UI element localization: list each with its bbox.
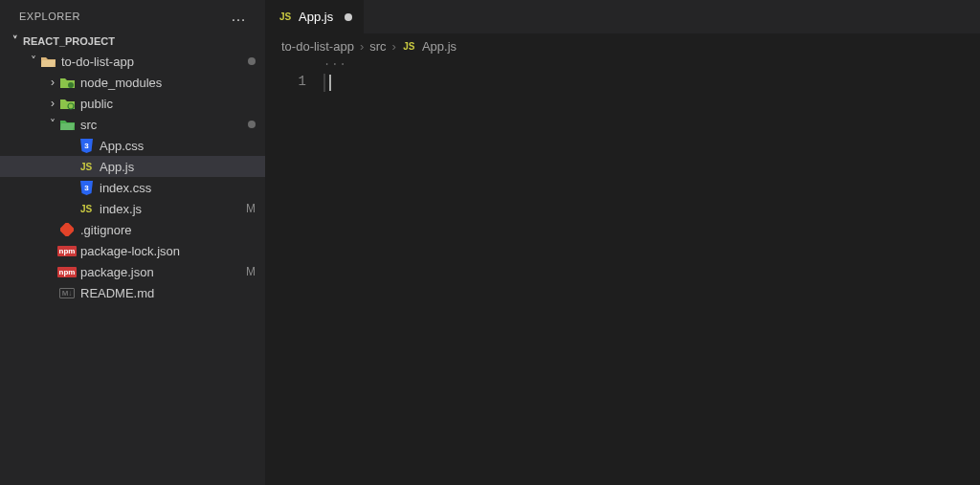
more-actions-icon[interactable]: … [231,8,254,25]
js-icon: JS [402,39,416,54]
tab-app-js[interactable]: JS App.js [266,0,365,33]
unsaved-indicator-icon [345,13,352,21]
project-header[interactable]: ˅ REACT_PROJECT [0,31,265,51]
tree-item-label: package-lock.json [80,244,256,258]
tree-item-label: to-do-list-app [61,55,242,69]
npm-icon: npm [59,243,75,258]
breadcrumb-segment[interactable]: src [369,39,386,54]
tree-item-index-js[interactable]: JSindex.jsM [0,198,265,219]
project-name: REACT_PROJECT [23,35,115,47]
js-icon: JS [78,159,94,174]
js-icon: JS [78,201,94,216]
breadcrumb[interactable]: to-do-list-app › src › JS App.js [266,33,980,58]
tree-item-gitignore[interactable]: .gitignore [0,219,265,240]
folder-src-icon [59,117,75,132]
modified-status: M [246,265,256,278]
tab-label: App.js [299,10,333,24]
editor-body[interactable]: 1 ··· [266,58,980,485]
svg-point-0 [68,82,74,88]
editor-tabs: JS App.js [266,0,980,33]
chevron-right-icon: › [360,39,364,54]
chevron-right-icon[interactable]: › [46,97,59,110]
tree-item-label: App.js [100,160,256,174]
folder-open-icon [40,54,56,69]
app-root: EXPLORER … ˅ REACT_PROJECT ˅to-do-list-a… [0,0,980,485]
tree-item-label: node_modules [80,76,256,90]
chevron-right-icon[interactable]: › [46,76,59,89]
tree-item-pkg-lock[interactable]: npmpackage-lock.json [0,240,265,261]
tree-item-app-folder[interactable]: ˅to-do-list-app [0,51,265,72]
tree-item-label: App.css [100,139,256,153]
tree-item-label: package.json [80,265,240,279]
git-icon [59,222,75,237]
file-tree: ˅to-do-list-app›node_modules›public˅src3… [0,51,265,485]
editor-area: JS App.js to-do-list-app › src › JS App.… [266,0,980,485]
tree-item-label: index.js [100,202,240,216]
tree-item-label: index.css [100,181,256,195]
explorer-title: EXPLORER [19,11,80,22]
status-dot-icon [248,121,256,128]
md-icon: M↓ [59,285,75,300]
chevron-right-icon: › [392,39,396,54]
tree-item-app-js[interactable]: JSApp.js [0,156,265,177]
breadcrumb-segment[interactable]: to-do-list-app [281,39,354,54]
status-dot-icon [248,57,256,65]
chevron-down-icon[interactable]: ˅ [46,118,59,131]
css-icon: 3 [78,138,94,153]
collapsed-hint-icon: ··· [323,58,347,72]
explorer-sidebar: EXPLORER … ˅ REACT_PROJECT ˅to-do-list-a… [0,0,266,485]
code-line[interactable] [323,74,980,92]
text-cursor [329,75,331,91]
tree-item-public[interactable]: ›public [0,93,265,114]
svg-text:3: 3 [84,184,89,192]
sidebar-header: EXPLORER … [0,0,265,31]
npm-icon: npm [59,264,75,279]
svg-text:3: 3 [84,142,89,150]
tree-item-label: README.md [80,286,256,300]
tree-item-src[interactable]: ˅src [0,114,265,135]
tree-item-label: src [80,118,242,132]
tree-item-label: .gitignore [80,223,256,237]
svg-rect-4 [60,223,74,236]
css-icon: 3 [78,180,94,195]
line-gutter: 1 [266,58,323,485]
chevron-down-icon: ˅ [8,34,23,47]
folder-node-icon [59,75,75,90]
tree-item-node-modules[interactable]: ›node_modules [0,72,265,93]
modified-status: M [246,202,256,215]
chevron-down-icon[interactable]: ˅ [27,55,40,68]
tree-item-app-css[interactable]: 3App.css [0,135,265,156]
line-number: 1 [266,74,306,89]
tree-item-pkg[interactable]: npmpackage.jsonM [0,261,265,282]
folder-public-icon [59,96,75,111]
js-icon: JS [278,10,293,25]
tree-item-label: public [80,97,256,111]
tree-item-readme[interactable]: M↓README.md [0,282,265,303]
breadcrumb-file[interactable]: App.js [422,39,457,54]
code-area[interactable]: ··· [323,58,980,485]
tree-item-index-css[interactable]: 3index.css [0,177,265,198]
